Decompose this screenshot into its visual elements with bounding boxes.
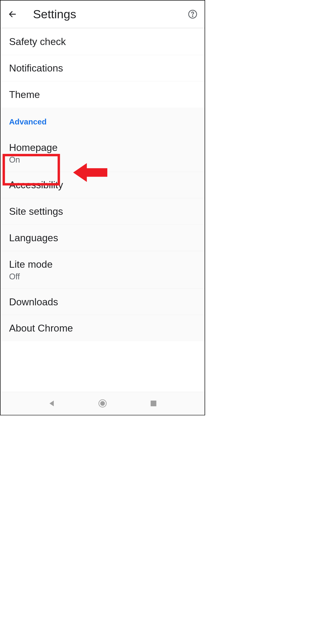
item-label: Languages — [9, 232, 196, 244]
svg-point-4 — [100, 401, 105, 406]
svg-marker-2 — [50, 401, 54, 406]
item-label: Accessibility — [9, 179, 196, 191]
help-button[interactable] — [188, 9, 198, 19]
app-bar: Settings — [1, 1, 205, 28]
settings-item-homepage[interactable]: Homepage On — [1, 132, 205, 172]
section-header-advanced: Advanced — [1, 108, 205, 132]
settings-item-theme[interactable]: Theme — [1, 81, 205, 108]
item-label: Homepage — [9, 142, 196, 154]
settings-item-site-settings[interactable]: Site settings — [1, 198, 205, 225]
settings-item-safety-check[interactable]: Safety check — [1, 29, 205, 55]
item-label: Notifications — [9, 62, 196, 74]
settings-item-downloads[interactable]: Downloads — [1, 289, 205, 315]
item-label: About Chrome — [9, 322, 196, 334]
settings-item-lite-mode[interactable]: Lite mode Off — [1, 251, 205, 289]
item-label: Safety check — [9, 36, 196, 48]
svg-rect-5 — [151, 401, 156, 406]
item-label: Site settings — [9, 205, 196, 217]
square-icon — [149, 399, 158, 408]
nav-home-button[interactable] — [96, 397, 108, 409]
nav-recents-button[interactable] — [148, 397, 160, 409]
triangle-left-icon — [47, 399, 56, 408]
item-value: On — [9, 155, 196, 164]
circle-icon — [98, 399, 107, 408]
settings-item-accessibility[interactable]: Accessibility — [1, 172, 205, 198]
settings-item-about-chrome[interactable]: About Chrome — [1, 315, 205, 341]
item-label: Lite mode — [9, 258, 196, 270]
settings-list: Safety check Notifications Theme Advance… — [1, 29, 205, 341]
settings-item-notifications[interactable]: Notifications — [1, 55, 205, 81]
item-label: Theme — [9, 88, 196, 100]
item-label: Downloads — [9, 296, 196, 308]
help-circle-icon — [188, 9, 197, 19]
settings-item-languages[interactable]: Languages — [1, 225, 205, 251]
item-value: Off — [9, 272, 196, 281]
arrow-left-icon — [8, 10, 17, 19]
svg-point-1 — [192, 16, 193, 16]
page-title: Settings — [33, 7, 76, 21]
navigation-bar — [1, 392, 205, 415]
nav-back-button[interactable] — [46, 397, 58, 409]
back-button[interactable] — [7, 9, 18, 19]
